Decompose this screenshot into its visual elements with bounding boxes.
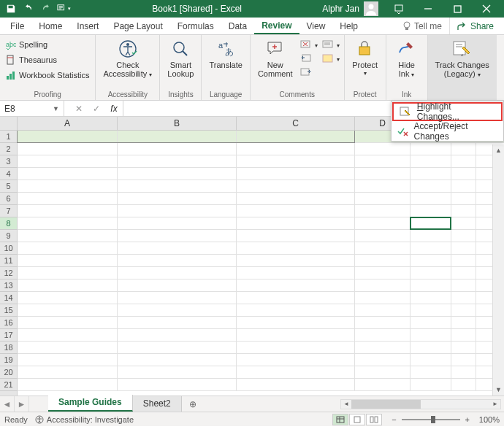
cell[interactable] [411,230,451,242]
cell[interactable] [451,304,476,316]
redo-button[interactable] [38,1,54,17]
ribbon-options-button[interactable] [384,0,413,18]
cell[interactable] [237,379,355,390]
cell[interactable] [118,329,237,341]
cell[interactable] [355,230,411,242]
spelling-button[interactable]: abcSpelling [3,37,92,52]
cell[interactable] [411,180,451,192]
show-comments-button[interactable]: ▾ [321,39,341,52]
cell[interactable] [355,193,411,204]
cell[interactable] [18,329,118,341]
cell[interactable] [451,342,476,353]
qat-customize-button[interactable]: ▾ [56,1,72,17]
hide-ink-button[interactable]: Hide Ink ▾ [389,37,424,81]
notes-button[interactable]: ▾ [321,53,341,66]
cell[interactable] [237,193,355,204]
column-header-C[interactable]: C [237,117,355,130]
cell[interactable] [18,180,118,192]
cell[interactable] [355,342,411,353]
cell[interactable] [451,168,476,180]
cell[interactable] [411,279,451,291]
cancel-formula-button[interactable]: ✕ [70,104,88,114]
cell[interactable] [18,317,118,328]
cell[interactable] [411,329,451,341]
save-button[interactable] [3,1,19,17]
cell[interactable] [451,379,476,390]
cell[interactable] [451,292,476,304]
page-break-view-button[interactable] [366,414,382,425]
cells-area[interactable] [18,131,504,396]
cell[interactable] [355,143,411,155]
cell[interactable] [355,354,411,366]
cell[interactable] [118,168,237,180]
row-header-11[interactable]: 11 [0,255,17,267]
cell[interactable] [411,267,451,279]
protect-button[interactable]: Protect ▾ [348,37,383,80]
cell[interactable] [237,304,355,316]
cell[interactable] [18,155,118,167]
cell[interactable] [118,180,237,192]
sheet-nav-prev[interactable]: ◄ [0,396,15,412]
cell[interactable] [411,292,451,304]
enter-formula-button[interactable]: ✓ [88,104,105,114]
cell[interactable] [237,217,355,229]
cell[interactable] [118,354,237,366]
cell[interactable] [237,255,355,266]
cell[interactable] [355,205,411,217]
scroll-right-button[interactable]: ► [490,400,500,409]
cell[interactable] [118,342,237,353]
vertical-scrollbar[interactable]: ▲ ▼ [492,144,504,396]
cell[interactable] [451,155,476,167]
row-header-4[interactable]: 4 [0,168,17,180]
cell[interactable] [237,342,355,353]
user-account[interactable]: Alphr Jan [322,1,378,16]
scroll-thumb[interactable] [351,400,421,409]
accept-reject-changes-item[interactable]: Accept/Reject Changes [392,122,503,141]
cell[interactable] [237,143,355,155]
column-header-A[interactable]: A [18,117,118,130]
cell[interactable] [118,255,237,266]
row-header-5[interactable]: 5 [0,180,17,193]
cell[interactable] [355,366,411,378]
cell[interactable] [118,205,237,217]
row-header-6[interactable]: 6 [0,193,17,205]
row-header-10[interactable]: 10 [0,242,17,255]
row-header-15[interactable]: 15 [0,304,17,317]
cell[interactable] [451,217,476,229]
cell[interactable] [18,230,118,242]
cell[interactable] [237,329,355,341]
page-layout-view-button[interactable] [349,414,365,425]
cell[interactable] [118,317,237,328]
cell[interactable] [355,379,411,390]
cell[interactable] [237,292,355,304]
cell[interactable] [118,279,237,291]
zoom-in-button[interactable]: + [463,415,472,424]
cell[interactable] [411,242,451,254]
cell[interactable] [411,193,451,204]
cell[interactable] [411,379,451,390]
cell[interactable] [451,279,476,291]
share-button[interactable]: Share [449,18,501,34]
cell[interactable] [451,143,476,155]
row-header-17[interactable]: 17 [0,329,17,342]
cell[interactable] [451,242,476,254]
cell[interactable] [18,354,118,366]
cell[interactable] [355,217,411,229]
normal-view-button[interactable] [332,414,348,425]
cell[interactable] [118,193,237,204]
cell[interactable] [355,292,411,304]
cell[interactable] [237,230,355,242]
scroll-left-button[interactable]: ◄ [341,400,351,409]
cell[interactable] [411,354,451,366]
cell[interactable] [118,379,237,390]
cell[interactable] [18,242,118,254]
cell[interactable] [18,168,118,180]
tab-data[interactable]: Data [221,18,254,34]
minimize-button[interactable] [413,0,443,18]
horizontal-scrollbar[interactable]: ◄ ► [340,399,501,409]
cell[interactable] [411,317,451,328]
insert-function-button[interactable]: fx [105,104,123,114]
cell[interactable] [18,366,118,378]
cell[interactable] [18,292,118,304]
cell[interactable] [18,304,118,316]
